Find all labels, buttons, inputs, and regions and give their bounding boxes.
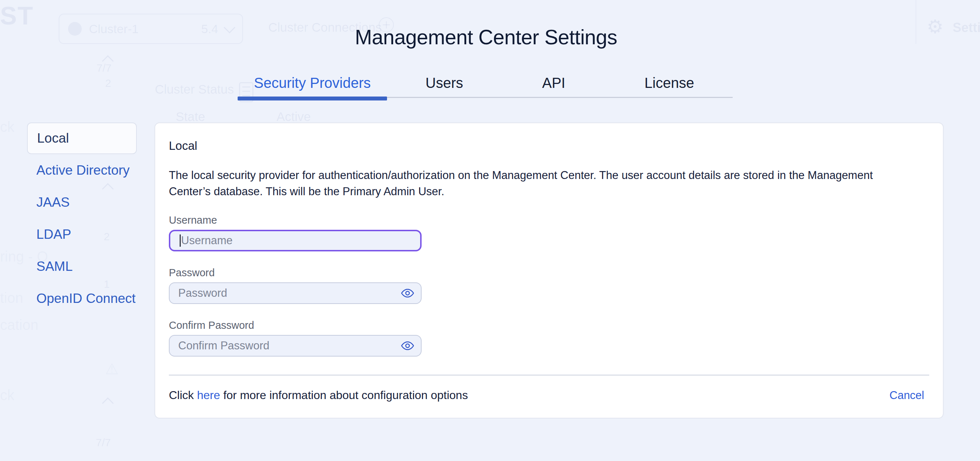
- panel-heading: Local: [169, 139, 929, 153]
- footer-divider: [169, 375, 929, 376]
- background-text-fragment: tion: [0, 290, 24, 306]
- confirm-password-label: Confirm Password: [169, 319, 929, 331]
- background-badge: 7/7: [97, 62, 111, 74]
- password-input[interactable]: [170, 283, 421, 303]
- confirm-password-input[interactable]: [170, 336, 421, 356]
- tab-api[interactable]: API: [501, 74, 606, 97]
- sidebar-item-local[interactable]: Local: [27, 123, 137, 154]
- tab-users[interactable]: Users: [387, 74, 501, 97]
- tab-bar: Security Providers Users API License: [238, 74, 733, 98]
- here-link[interactable]: here: [197, 389, 220, 402]
- background-badge: 2: [105, 77, 111, 89]
- eye-icon[interactable]: [399, 286, 416, 300]
- chevron-up-icon: [102, 397, 114, 409]
- management-center-settings-page: ST Cluster-1 5.4 Cluster Connections ⚙ S…: [0, 0, 980, 461]
- background-cluster-status-label: Cluster Status: [155, 82, 234, 97]
- panel-footer: Click here for more information about co…: [169, 389, 929, 402]
- panel-description: The local security provider for authenti…: [169, 167, 891, 199]
- confirm-password-input-wrap: [169, 335, 422, 357]
- password-field-group: Password: [169, 266, 929, 304]
- password-label: Password: [169, 266, 929, 279]
- background-text-fragment: ck: [0, 387, 14, 404]
- confirm-password-field-group: Confirm Password: [169, 319, 929, 357]
- warning-icon: ⚠: [105, 360, 119, 378]
- text-cursor: [180, 234, 181, 247]
- username-input-wrap: [169, 230, 422, 251]
- background-text-fragment: cation: [0, 317, 38, 333]
- local-provider-panel: Local The local security provider for au…: [154, 123, 943, 418]
- sidebar-item-jaas[interactable]: JAAS: [27, 186, 137, 218]
- username-field-group: Username: [169, 214, 929, 251]
- username-input[interactable]: [170, 231, 420, 250]
- tab-security-providers[interactable]: Security Providers: [238, 74, 387, 97]
- background-text-fragment: ck: [0, 119, 14, 135]
- sidebar-item-openid-connect[interactable]: OpenID Connect: [27, 282, 137, 314]
- password-input-wrap: [169, 282, 422, 304]
- sidebar-item-saml[interactable]: SAML: [27, 250, 137, 282]
- background-badge: 7/7: [96, 437, 111, 449]
- security-provider-sidebar: Local Active Directory JAAS LDAP SAML Op…: [27, 123, 137, 314]
- sidebar-item-active-directory[interactable]: Active Directory: [27, 154, 137, 186]
- background-active-label: Active: [277, 110, 311, 124]
- active-tab-indicator: [238, 97, 387, 100]
- cancel-button[interactable]: Cancel: [889, 389, 924, 402]
- background-state-label: State: [176, 110, 205, 124]
- eye-icon[interactable]: [399, 339, 416, 353]
- tab-license[interactable]: License: [606, 74, 733, 97]
- footer-text-after: for more information about configuration…: [220, 389, 468, 402]
- username-label: Username: [169, 214, 929, 226]
- page-title: Management Center Settings: [0, 25, 972, 49]
- footer-text-before: Click: [169, 389, 197, 402]
- sidebar-item-ldap[interactable]: LDAP: [27, 218, 137, 250]
- footer-help-text: Click here for more information about co…: [169, 389, 468, 402]
